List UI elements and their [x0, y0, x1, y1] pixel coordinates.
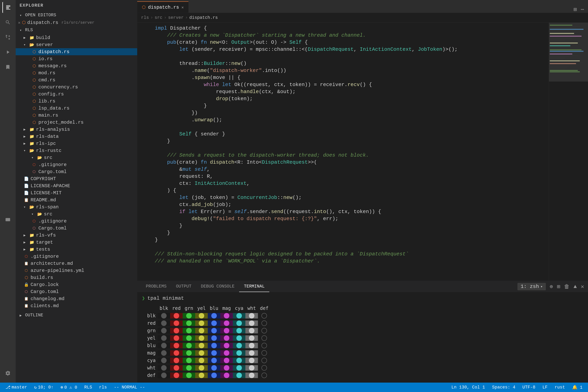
- rls-status[interactable]: RLS: [83, 382, 94, 392]
- explorer-icon[interactable]: [2, 2, 13, 13]
- tree-item-src-rustc[interactable]: ▾ 📂 src: [16, 154, 137, 161]
- tree-item-io[interactable]: ⬡ io.rs: [16, 55, 137, 62]
- trash-terminal-icon[interactable]: 🗑: [564, 283, 570, 290]
- tree-item-lib[interactable]: ⬡ lib.rs: [16, 98, 137, 105]
- tree-item-clients[interactable]: 📋 clients.md: [16, 302, 137, 309]
- sidebar: EXPLORER ▾ OPEN EDITORS ✕ ⬡ dispatch.rs …: [16, 0, 137, 382]
- split-editor-icon[interactable]: ⊞: [574, 6, 577, 13]
- tree-item-src-span[interactable]: ▾ 📂 src: [16, 210, 137, 218]
- tree-item-gitignore-span[interactable]: ⬡ .gitignore: [16, 218, 137, 224]
- tab-debug-console[interactable]: DEBUG CONSOLE: [196, 281, 239, 292]
- tree-item-azure-pipelines[interactable]: ⬡ azure-pipelines.yml: [16, 267, 137, 274]
- build-chevron: ▶: [24, 36, 28, 40]
- tree-item-main[interactable]: ⬡ main.rs: [16, 112, 137, 119]
- ln-col[interactable]: Ln 130, Col 1: [450, 385, 487, 390]
- code-line: let (job, token) = ConcurrentJob::new();: [137, 194, 549, 201]
- add-terminal-icon[interactable]: ⊕: [550, 283, 553, 290]
- chevron: ▶: [24, 127, 28, 132]
- panel-content[interactable]: ❯ tpal minimat blk red grn yel blu mag c…: [137, 292, 588, 382]
- breadcrumb-server[interactable]: server: [168, 15, 184, 20]
- tree-item-dispatch[interactable]: ⬡ dispatch.rs: [16, 48, 137, 55]
- run-icon[interactable]: [2, 47, 13, 58]
- folder-icon: 📁: [29, 35, 34, 40]
- error-status[interactable]: ⊗ 0 ⚠ 0: [59, 382, 79, 392]
- tree-item-gitignore-root[interactable]: ⬡ .gitignore: [16, 253, 137, 260]
- tree-item-architecture[interactable]: 📋 architecture.md: [16, 260, 137, 267]
- color-dot-empty: [262, 350, 267, 356]
- language[interactable]: rust: [553, 385, 567, 390]
- tree-item-rls-rustc[interactable]: ▾ 📂 rls-rustc: [16, 147, 137, 154]
- tab-terminal[interactable]: TERMINAL: [239, 281, 269, 292]
- breadcrumb-src[interactable]: src: [155, 15, 162, 20]
- search-icon[interactable]: [2, 17, 13, 28]
- tree-item-rls-analysis[interactable]: ▶ 📁 rls-analysis: [16, 126, 137, 133]
- code-line: /// Creates a new `Dispatcher` starting …: [137, 32, 549, 39]
- color-dot: [161, 358, 166, 363]
- spaces[interactable]: Spaces: 4: [490, 385, 517, 390]
- tree-item-lsp-data[interactable]: ⬡ lsp_data.rs: [16, 105, 137, 112]
- tab-dispatch[interactable]: ⬡ dispatch.rs ✕: [137, 1, 188, 13]
- tree-item-tests[interactable]: ▶ 📁 tests: [16, 246, 137, 253]
- tree-item-changelog[interactable]: 📋 changelog.md: [16, 295, 137, 302]
- tree-item-rls-data[interactable]: ▶ 📁 rls-data: [16, 133, 137, 140]
- rls-section[interactable]: ▾ RLS: [16, 26, 137, 34]
- more-actions-icon[interactable]: ⋯: [581, 6, 584, 13]
- split-terminal-icon[interactable]: ⊞: [557, 283, 560, 290]
- tree-item-rls-span[interactable]: ▾ 📂 rls-span: [16, 204, 137, 210]
- tab-label: dispatch.rs: [148, 5, 179, 10]
- notification[interactable]: 🔔 1: [570, 385, 584, 390]
- open-editors-section[interactable]: ▾ OPEN EDITORS: [16, 11, 137, 19]
- tab-close[interactable]: ✕: [181, 5, 184, 10]
- git-branch[interactable]: ⎇ master: [4, 382, 28, 392]
- tree-item-rls-vfs[interactable]: ▶ 📁 rls-vfs: [16, 232, 137, 239]
- tree-item-rls-ipc[interactable]: ▶ 📁 rls-ipc: [16, 140, 137, 147]
- tree-item-project-model[interactable]: ⬡ project_model.rs: [16, 119, 137, 126]
- rls-path[interactable]: rls: [98, 382, 108, 392]
- tree-item-copyright[interactable]: 📄 COPYRIGHT: [16, 175, 137, 182]
- settings-icon[interactable]: [2, 368, 13, 379]
- maximize-panel-icon[interactable]: ▲: [574, 284, 577, 290]
- tree-label: LICENSE-MIT: [30, 190, 62, 196]
- tab-output[interactable]: OUTPUT: [171, 281, 196, 292]
- tree-item-target[interactable]: ▶ 📁 target: [16, 239, 137, 246]
- tree-item-server[interactable]: ▾ 📂 server: [16, 41, 137, 48]
- terminal-selector[interactable]: 1: zsh ▾: [518, 283, 546, 290]
- color-dot: [224, 335, 229, 341]
- tree-item-build[interactable]: ▶ 📁 build: [16, 34, 137, 41]
- tree-item-cargo-span[interactable]: ⬡ Cargo.toml: [16, 224, 137, 232]
- code-editor[interactable]: impl Dispatcher { /// Creates a new `Dis…: [137, 23, 549, 281]
- breadcrumb-dispatch[interactable]: dispatch.rs: [189, 15, 218, 20]
- tab-problems[interactable]: PROBLEMS: [141, 281, 171, 292]
- rust-file-icon: ⬡: [31, 98, 37, 104]
- tree-item-gitignore-rustc[interactable]: ⬡ .gitignore: [16, 161, 137, 168]
- sync-status[interactable]: ↻ 10; 0↑: [32, 382, 55, 392]
- tree-item-cmd[interactable]: ⬡ cmd.rs: [16, 76, 137, 84]
- tree-item-license-apache[interactable]: 📄 LICENSE-APACHE: [16, 182, 137, 189]
- close-icon[interactable]: ✕: [18, 20, 20, 25]
- encoding[interactable]: UTF-8: [521, 385, 537, 390]
- tree-item-readme[interactable]: 📋 README.md: [16, 196, 137, 204]
- tree-item-cargo-rustc[interactable]: ⬡ Cargo.toml: [16, 168, 137, 175]
- tree-item-config[interactable]: ⬡ config.rs: [16, 90, 137, 98]
- tree-label: rls-analysis: [36, 127, 70, 132]
- open-editor-dispatch[interactable]: ✕ ⬡ dispatch.rs rls/src/server: [16, 19, 137, 26]
- code-line: ctx: InitActionContext,: [137, 180, 549, 187]
- close-panel-icon[interactable]: ✕: [581, 283, 584, 290]
- source-control-icon[interactable]: [2, 32, 13, 43]
- tree-item-license-mit[interactable]: 📄 LICENSE-MIT: [16, 189, 137, 196]
- tree-item-mod[interactable]: ⬡ mod.rs: [16, 70, 137, 76]
- tree-item-message[interactable]: ⬡ message.rs: [16, 62, 137, 70]
- tree-item-cargo-lock[interactable]: 🔒 Cargo.lock: [16, 281, 137, 288]
- tab-rust-icon: ⬡: [142, 5, 146, 10]
- color-dot: [211, 372, 217, 378]
- remote-icon[interactable]: [2, 214, 13, 226]
- tree-item-cargo-toml-root[interactable]: ⬡ Cargo.toml: [16, 288, 137, 295]
- breadcrumb-rls[interactable]: rls: [141, 15, 149, 20]
- outline-section[interactable]: ▶ OUTLINE: [16, 311, 137, 319]
- line-ending[interactable]: LF: [541, 385, 549, 390]
- tree-item-concurrency[interactable]: ⬡ concurrency.rs: [16, 84, 137, 90]
- extensions-icon[interactable]: [2, 62, 13, 72]
- color-dot: [199, 358, 204, 363]
- panel-actions: 1: zsh ▾ ⊕ ⊞ 🗑 ▲ ✕: [518, 283, 584, 290]
- tree-item-buildrs[interactable]: ⬡ build.rs: [16, 274, 137, 281]
